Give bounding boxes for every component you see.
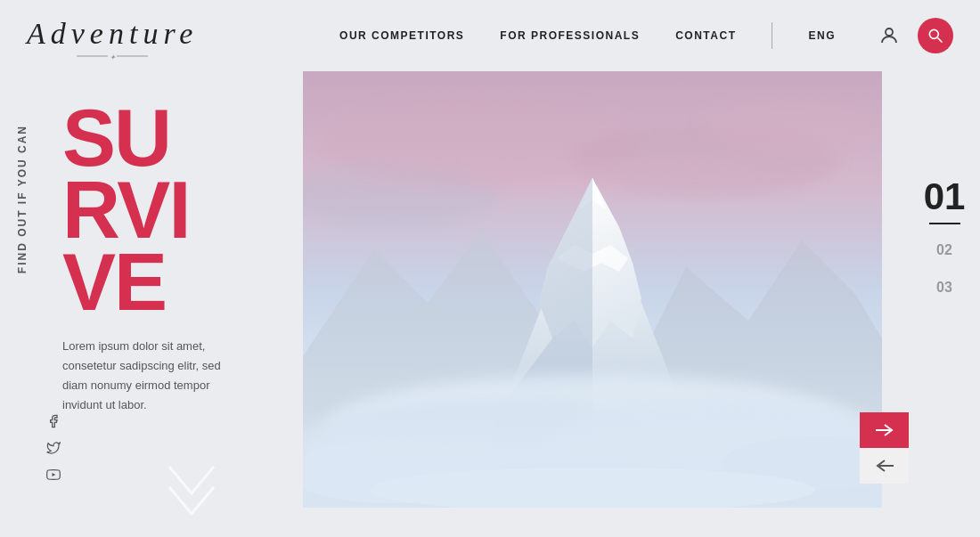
user-icon	[878, 25, 900, 46]
logo-decoration: ✦	[77, 47, 148, 65]
vertical-tagline: Find out if you can	[16, 125, 29, 273]
main-nav: OUR COMPETITORS FOR PROFESSIONALS CONTAC…	[339, 18, 953, 53]
slide-divider	[929, 223, 960, 224]
nav-language[interactable]: ENG	[808, 29, 836, 42]
main-content: Find out if you can SU RVI VE Lorem ipsu…	[0, 71, 980, 537]
search-button[interactable]	[918, 18, 953, 53]
prev-button[interactable]	[860, 448, 909, 484]
svg-point-11	[704, 98, 882, 151]
hero-text-line3: VE	[62, 247, 276, 319]
hero-image-bg	[303, 71, 882, 508]
hero-title: SU RVI VE	[62, 102, 276, 319]
nav-contact[interactable]: CONTACT	[675, 29, 736, 42]
next-button[interactable]	[860, 412, 909, 448]
nav-arrows	[860, 412, 909, 484]
nav-icons	[871, 18, 953, 53]
right-panel: 01 02 03	[909, 71, 980, 537]
slide-number-2[interactable]: 02	[936, 242, 952, 258]
facebook-icon[interactable]	[45, 412, 62, 430]
slide-number-active: 01	[924, 178, 966, 216]
svg-point-4	[929, 29, 938, 38]
user-button[interactable]	[871, 18, 907, 53]
header: Adventure ✦ OUR COMPETITORS FOR PROFESSI…	[0, 0, 980, 71]
svg-point-3	[886, 28, 893, 36]
hero-image	[303, 71, 882, 508]
nav-divider	[772, 22, 772, 49]
svg-point-12	[347, 160, 793, 196]
nav-for-professionals[interactable]: FOR PROFESSIONALS	[500, 29, 640, 42]
down-arrow-icon	[160, 453, 223, 525]
next-arrow-icon	[876, 423, 894, 437]
left-panel: Find out if you can SU RVI VE Lorem ipsu…	[0, 71, 303, 537]
hero-text-line1: SU	[62, 102, 276, 175]
svg-line-5	[938, 38, 943, 43]
prev-arrow-icon	[876, 459, 894, 473]
hero-text-line2: RVI	[62, 175, 276, 247]
youtube-icon[interactable]	[45, 466, 62, 484]
hero-body-text: Lorem ipsum dolor sit amet, consetetur s…	[62, 337, 241, 415]
nav-our-competitors[interactable]: OUR COMPETITORS	[339, 29, 464, 42]
svg-marker-6	[53, 473, 56, 476]
twitter-icon[interactable]	[45, 439, 62, 457]
hero-mountain-scene	[303, 71, 882, 508]
social-icons	[45, 412, 62, 484]
slide-number-3[interactable]: 03	[936, 280, 952, 296]
scroll-down-indicator[interactable]	[160, 453, 223, 528]
logo[interactable]: Adventure ✦	[27, 22, 198, 49]
search-icon	[927, 27, 944, 45]
svg-text:✦: ✦	[110, 53, 117, 61]
logo-text: Adventure	[27, 19, 198, 49]
